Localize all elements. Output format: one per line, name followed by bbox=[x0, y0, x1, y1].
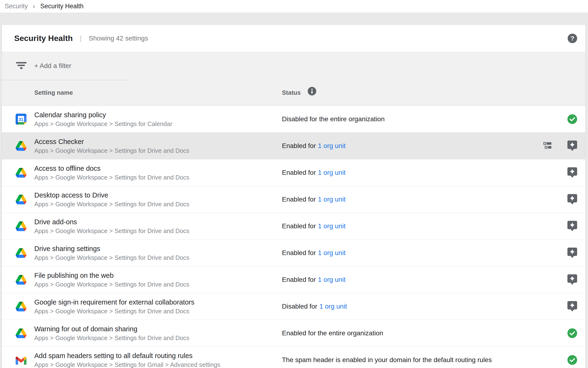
setting-path: Apps > Google Workspace > Settings for C… bbox=[34, 120, 172, 128]
setting-row[interactable]: 31 Access Checker Ap bbox=[2, 133, 585, 159]
breadcrumb-parent[interactable]: Security bbox=[5, 3, 28, 10]
drive-icon bbox=[16, 141, 26, 151]
setting-title: Warning for out of domain sharing bbox=[34, 324, 189, 334]
status-text: Enabled for the entire organization bbox=[282, 329, 383, 337]
setting-row[interactable]: 31 Google sign-in requirem bbox=[2, 293, 585, 320]
status-text: Enabled for bbox=[282, 196, 316, 203]
card-header: Security Health | Showing 42 settings ? bbox=[2, 25, 585, 52]
setting-path: Apps > Google Workspace > Settings for D… bbox=[34, 280, 189, 289]
recommendation-flag-icon bbox=[567, 274, 577, 285]
filter-row: + Add a filter bbox=[2, 52, 585, 80]
setting-status: Enabled for 1 org unit bbox=[282, 213, 346, 239]
app-icon: 31 bbox=[16, 167, 26, 178]
setting-path: Apps > Google Workspace > Settings for D… bbox=[34, 146, 189, 155]
setting-title: Drive sharing settings bbox=[34, 244, 189, 253]
app-icon: 31 bbox=[16, 274, 26, 285]
status-text: Enabled for bbox=[282, 142, 316, 150]
setting-title: Access to offline docs bbox=[34, 164, 189, 173]
setting-row[interactable]: 31 File publishing on the bbox=[2, 267, 585, 293]
status-info-icon[interactable] bbox=[307, 87, 316, 96]
app-icon: 31 bbox=[16, 140, 26, 151]
setting-title: Drive add-ons bbox=[34, 217, 189, 227]
recommendation-flag-icon bbox=[567, 221, 577, 232]
status-badge[interactable] bbox=[567, 355, 578, 365]
org-units-icon bbox=[543, 141, 552, 151]
status-badge[interactable] bbox=[567, 167, 578, 178]
org-unit-link[interactable]: 1 org unit bbox=[318, 222, 346, 230]
app-icon: 31 bbox=[16, 221, 26, 232]
setting-status: Enabled for 1 org unit bbox=[282, 159, 346, 186]
recommendation-flag-icon bbox=[567, 140, 577, 152]
title-divider: | bbox=[80, 34, 82, 42]
org-unit-link[interactable]: 1 org unit bbox=[319, 303, 347, 310]
drive-icon bbox=[16, 195, 26, 204]
app-icon: 31 bbox=[16, 194, 26, 205]
org-unit-link[interactable]: 1 org unit bbox=[318, 169, 346, 176]
drive-icon bbox=[16, 329, 26, 338]
status-badge[interactable] bbox=[567, 301, 578, 312]
setting-row[interactable]: 31 Warning for out of doma bbox=[2, 320, 585, 347]
filter-and-header-section: + Add a filter Setting name Status bbox=[2, 52, 585, 106]
status-text: Disabled for the entire organization bbox=[282, 115, 385, 123]
drive-icon bbox=[16, 168, 26, 178]
breadcrumb: Security › Security Health bbox=[0, 0, 588, 13]
status-badge[interactable] bbox=[567, 140, 578, 152]
setting-title: Access Checker bbox=[34, 137, 189, 146]
setting-path: Apps > Google Workspace > Settings for D… bbox=[34, 173, 189, 182]
setting-status: Enabled for 1 org unit bbox=[282, 267, 346, 293]
recommendation-flag-icon bbox=[567, 248, 577, 258]
setting-status: Enabled for 1 org unit bbox=[282, 133, 346, 159]
status-badge[interactable] bbox=[567, 114, 578, 124]
setting-row[interactable]: 31 Add spam headers settin bbox=[2, 347, 585, 368]
org-unit-link[interactable]: 1 org unit bbox=[318, 196, 346, 203]
column-header-setting-name: Setting name bbox=[34, 89, 73, 96]
setting-title: Add spam headers setting to all default … bbox=[34, 351, 220, 360]
org-unit-link[interactable]: 1 org unit bbox=[318, 249, 346, 257]
green-check-icon bbox=[567, 355, 577, 365]
setting-path: Apps > Google Workspace > Settings for D… bbox=[34, 307, 194, 315]
setting-status: Enabled for the entire organization bbox=[282, 320, 383, 346]
setting-title: File publishing on the web bbox=[34, 271, 189, 280]
setting-path: Apps > Google Workspace > Settings for D… bbox=[34, 200, 189, 208]
status-badge[interactable] bbox=[567, 328, 578, 338]
status-text: Enabled for bbox=[282, 249, 316, 257]
setting-path: Apps > Google Workspace > Settings for D… bbox=[34, 227, 189, 235]
setting-text-block: Drive sharing settings Apps > Google Wor… bbox=[34, 240, 189, 266]
filter-divider bbox=[2, 80, 129, 80]
drive-icon bbox=[16, 221, 26, 231]
setting-status: Disabled for 1 org unit bbox=[282, 293, 347, 320]
drive-icon bbox=[16, 248, 26, 258]
status-badge[interactable] bbox=[567, 274, 578, 285]
calendar-icon: 31 bbox=[16, 114, 26, 125]
setting-path: Apps > Google Workspace > Settings for G… bbox=[34, 360, 220, 368]
recommendation-flag-icon bbox=[567, 194, 577, 205]
setting-row[interactable]: 31 Drive sharing settings bbox=[2, 240, 585, 267]
org-unit-link[interactable]: 1 org unit bbox=[318, 142, 346, 150]
setting-row[interactable]: 31 Desktop access to Drive bbox=[2, 186, 585, 213]
setting-row[interactable]: 31 Calendar sharing policy bbox=[2, 106, 585, 133]
setting-text-block: Google sign-in requirement for external … bbox=[34, 293, 194, 320]
status-text: Disabled for bbox=[282, 303, 317, 310]
setting-status: The spam header is enabled in your domai… bbox=[282, 347, 492, 368]
app-icon: 31 bbox=[16, 355, 26, 365]
setting-row[interactable]: 31 Drive add-ons App bbox=[2, 213, 585, 240]
org-unit-link[interactable]: 1 org unit bbox=[318, 276, 346, 284]
security-health-card: Security Health | Showing 42 settings ? bbox=[2, 25, 585, 368]
help-icon[interactable]: ? bbox=[567, 33, 577, 43]
column-header-status: Status bbox=[282, 89, 301, 96]
status-badge[interactable] bbox=[567, 248, 578, 258]
green-check-icon bbox=[567, 114, 577, 124]
status-badge[interactable] bbox=[567, 194, 578, 205]
svg-text:?: ? bbox=[570, 35, 574, 42]
setting-text-block: Calendar sharing policy Apps > Google Wo… bbox=[34, 106, 172, 132]
status-badge[interactable] bbox=[567, 221, 578, 232]
status-text: Enabled for bbox=[282, 169, 316, 176]
drive-icon bbox=[16, 302, 26, 311]
setting-status: Disabled for the entire organization bbox=[282, 106, 385, 132]
filter-icon[interactable] bbox=[16, 62, 27, 70]
setting-row[interactable]: 31 Access to offline docs bbox=[2, 159, 585, 186]
add-filter-button[interactable]: + Add a filter bbox=[34, 62, 71, 70]
page-title: Security Health bbox=[14, 34, 73, 43]
setting-text-block: Access Checker Apps > Google Workspace >… bbox=[34, 133, 189, 159]
setting-title: Google sign-in requirement for external … bbox=[34, 297, 194, 307]
